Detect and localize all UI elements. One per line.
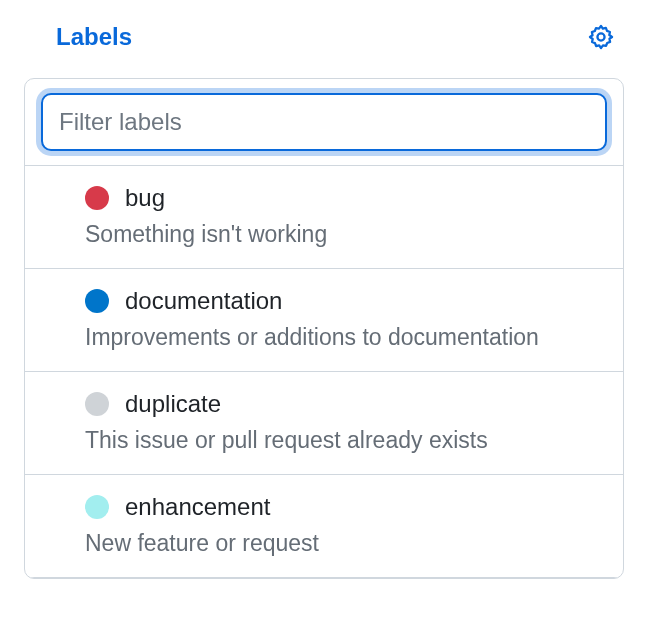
labels-panel: bug Something isn't working documentatio…: [24, 78, 624, 579]
label-list: bug Something isn't working documentatio…: [25, 166, 623, 578]
label-description: This issue or pull request already exist…: [85, 426, 603, 456]
label-description: New feature or request: [85, 529, 603, 559]
svg-point-0: [597, 33, 604, 40]
settings-button[interactable]: [584, 20, 618, 54]
list-item[interactable]: bug Something isn't working: [25, 166, 623, 269]
label-color-swatch: [85, 495, 109, 519]
label-name: bug: [125, 184, 165, 212]
filter-wrap: [25, 79, 623, 166]
list-item[interactable]: duplicate This issue or pull request alr…: [25, 372, 623, 475]
labels-heading: Labels: [56, 23, 132, 51]
filter-labels-input[interactable]: [41, 93, 607, 151]
list-item[interactable]: documentation Improvements or additions …: [25, 269, 623, 372]
gear-icon: [588, 24, 614, 50]
list-item[interactable]: enhancement New feature or request: [25, 475, 623, 578]
label-name: duplicate: [125, 390, 221, 418]
label-name: enhancement: [125, 493, 270, 521]
label-description: Something isn't working: [85, 220, 603, 250]
label-description: Improvements or additions to documentati…: [85, 323, 603, 353]
label-name: documentation: [125, 287, 282, 315]
label-color-swatch: [85, 186, 109, 210]
label-color-swatch: [85, 289, 109, 313]
label-color-swatch: [85, 392, 109, 416]
